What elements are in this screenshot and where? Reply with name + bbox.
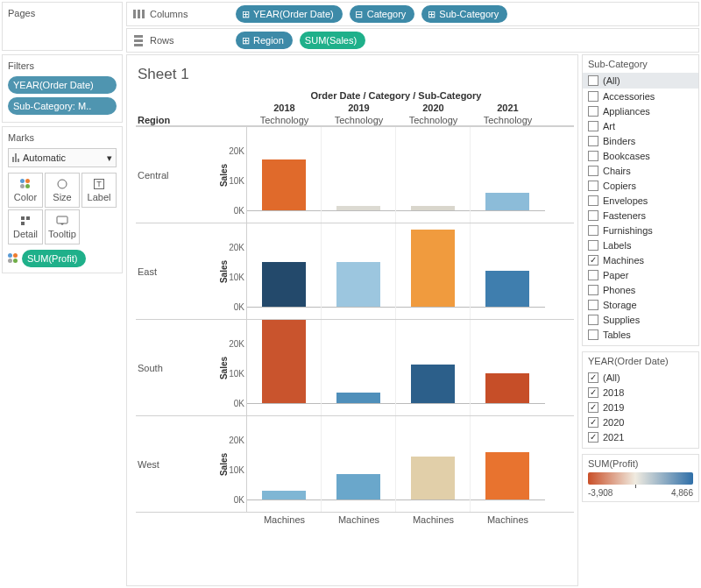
row-header-region[interactable]: Central [136,127,210,223]
legend-gradient[interactable] [588,472,693,485]
col-header-year[interactable]: 2018 [247,101,322,115]
checkbox-icon[interactable] [588,285,598,295]
filter-item[interactable]: Chairs [588,163,693,178]
checkbox-icon[interactable] [588,417,598,428]
columns-pill-year[interactable]: ⊞YEAR(Order Date) [236,5,343,23]
columns-pill-subcategory[interactable]: ⊞Sub-Category [421,5,507,23]
bar-mark[interactable] [336,262,380,307]
bar-mark[interactable] [485,271,529,307]
checkbox-icon[interactable] [588,387,598,398]
row-header-region[interactable]: East [136,223,210,319]
col-header-category[interactable]: Technology [471,115,545,125]
bar-mark[interactable] [411,365,455,403]
checkbox-icon[interactable] [588,315,598,325]
checkbox-icon[interactable] [588,166,598,176]
col-footer-subcat[interactable]: Machines [322,513,396,525]
y-tick: 0K [234,399,244,408]
checkbox-icon[interactable] [588,255,598,266]
filter-item[interactable]: Labels [588,237,693,252]
filter-item-label: Phones [603,285,635,295]
checkbox-icon[interactable] [588,402,598,413]
filter-item[interactable]: 2019 [588,400,693,414]
marks-size-button[interactable]: Size [45,173,80,208]
filter-pill-year[interactable]: YEAR(Order Date) [8,76,117,94]
bar-mark[interactable] [411,206,455,210]
filter-item[interactable]: Phones [588,282,693,297]
checkbox-icon[interactable] [588,270,598,280]
checkbox-icon[interactable] [588,225,598,236]
marks-label-button[interactable]: T Label [81,173,117,208]
bar-mark[interactable] [411,457,455,499]
checkbox-icon[interactable] [588,181,598,191]
checkbox-icon[interactable] [588,91,598,102]
filter-item[interactable]: 2018 [588,385,693,400]
bar-mark[interactable] [485,452,529,499]
checkbox-icon[interactable] [588,300,598,310]
filter-item[interactable]: (All) [588,370,693,385]
col-header-year[interactable]: 2020 [396,101,471,115]
marks-type-select[interactable]: Automatic ▾ [8,148,117,167]
bar-mark[interactable] [262,159,306,210]
bar-mark[interactable] [336,393,380,403]
columns-shelf[interactable]: Columns ⊞YEAR(Order Date) ⊟Category ⊞Sub… [126,2,699,26]
bar-mark[interactable] [485,373,529,403]
checkbox-icon[interactable] [588,240,598,251]
checkbox-icon[interactable] [588,151,598,161]
filter-item[interactable]: Machines [588,252,693,267]
filter-item[interactable]: Appliances [588,103,693,118]
row-header-region[interactable]: South [136,320,210,415]
filter-item[interactable]: Paper [588,267,693,282]
bar-mark[interactable] [485,193,529,210]
filter-item[interactable]: 2021 [588,429,693,444]
col-footer-subcat[interactable]: Machines [471,513,545,525]
bar-mark[interactable] [262,491,306,499]
filter-item[interactable]: Accessories [588,89,693,103]
col-header-category[interactable]: Technology [247,115,322,125]
bar-mark[interactable] [336,206,380,210]
checkbox-icon[interactable] [588,329,598,340]
checkbox-icon[interactable] [588,372,598,383]
rows-shelf[interactable]: Rows ⊞Region SUM(Sales) [126,28,699,53]
rows-pill-region[interactable]: ⊞Region [236,32,293,49]
filter-item[interactable]: Storage [588,297,693,312]
marks-color-button[interactable]: Color [8,173,43,208]
row-header-region[interactable]: West [136,416,210,512]
filter-item[interactable]: Furnishings [588,223,693,237]
col-header-category[interactable]: Technology [322,115,396,125]
col-header-year[interactable]: 2019 [322,101,396,115]
marks-tooltip-button[interactable]: Tooltip [45,209,80,244]
col-footer-subcat[interactable]: Machines [396,513,471,525]
checkbox-icon[interactable] [588,195,598,206]
filter-item[interactable]: Art [588,118,693,133]
bar-mark[interactable] [262,320,306,403]
bar-mark[interactable] [336,474,380,499]
checkbox-icon[interactable] [588,432,598,443]
bar-mark[interactable] [262,262,306,307]
checkbox-icon[interactable] [588,106,598,117]
col-header-category[interactable]: Technology [396,115,471,125]
col-header-year[interactable]: 2021 [471,101,545,115]
filter-item[interactable]: Bookcases [588,148,693,163]
filters-shelf[interactable]: Filters YEAR(Order Date) Sub-Category: M… [2,54,123,123]
filter-item-label: Art [603,121,615,131]
rows-pill-sales[interactable]: SUM(Sales) [300,32,365,49]
columns-pill-category[interactable]: ⊟Category [350,5,415,23]
filter-item[interactable]: Binders [588,133,693,148]
checkbox-icon[interactable] [588,75,598,86]
col-footer-subcat[interactable]: Machines [247,513,322,525]
filter-pill-subcat[interactable]: Sub-Category: M.. [8,97,117,115]
marks-pill-profit[interactable]: SUM(Profit) [22,250,86,267]
bar-mark[interactable] [411,230,455,307]
filter-item[interactable]: Copiers [588,178,693,193]
filter-item[interactable]: Fasteners [588,208,693,223]
filter-item[interactable]: Tables [588,327,693,342]
filter-item[interactable]: Envelopes [588,193,693,208]
filter-item[interactable]: (All) [583,73,698,89]
pages-shelf[interactable]: Pages [2,2,123,51]
checkbox-icon[interactable] [588,136,598,146]
filter-item[interactable]: Supplies [588,312,693,327]
checkbox-icon[interactable] [588,121,598,131]
checkbox-icon[interactable] [588,210,598,221]
marks-detail-button[interactable]: Detail [8,209,43,244]
filter-item[interactable]: 2020 [588,414,693,429]
